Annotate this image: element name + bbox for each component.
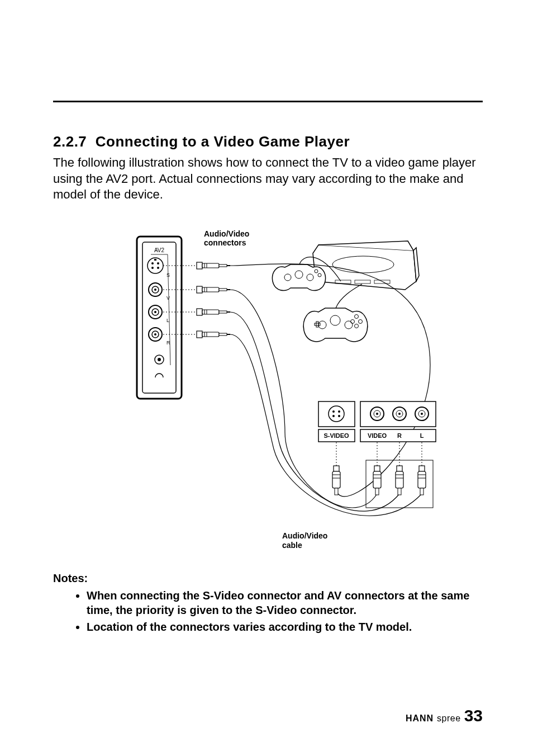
svg-point-20 [158, 358, 161, 361]
svg-rect-41 [219, 311, 227, 313]
notes-list: When connecting the S-Video connector an… [53, 588, 483, 634]
port-s-label: S [166, 272, 170, 278]
svg-point-7 [151, 267, 154, 269]
svg-rect-42 [227, 311, 230, 313]
brand-light: spree [437, 714, 461, 724]
svg-point-70 [338, 410, 340, 413]
port-v-label: V [166, 295, 170, 301]
svg-rect-101 [396, 471, 403, 488]
note-item: Location of the connectors varies accord… [87, 620, 483, 634]
svg-rect-104 [398, 488, 401, 495]
svg-point-69 [332, 410, 335, 413]
notes-block: Notes: When connecting the S-Video conne… [53, 572, 483, 634]
svg-rect-30 [227, 265, 230, 266]
svg-point-72 [338, 415, 340, 417]
device-l-label: L [420, 432, 423, 439]
port-r-label: R [166, 340, 170, 346]
svg-rect-31 [197, 286, 202, 293]
svg-rect-36 [227, 289, 230, 290]
svg-rect-35 [219, 289, 227, 291]
svg-rect-96 [373, 471, 381, 488]
page-number: 33 [464, 706, 483, 725]
svg-rect-29 [219, 264, 227, 267]
device-video-label: VIDEO [367, 432, 387, 439]
svg-point-79 [398, 413, 401, 415]
device-r-label: R [397, 432, 402, 439]
svg-point-5 [151, 262, 154, 264]
brand-strong: HANN [406, 714, 434, 724]
header-rule [53, 101, 483, 102]
svg-rect-90 [334, 466, 339, 471]
svg-point-6 [157, 262, 159, 264]
svg-rect-25 [197, 262, 202, 269]
notes-heading: Notes: [53, 572, 483, 585]
svg-rect-91 [332, 471, 340, 488]
svg-rect-94 [335, 488, 338, 495]
game-console-icon [313, 241, 419, 290]
callout-cable-2: cable [282, 541, 302, 550]
section-title: 2.2.7 Connecting to a Video Game Player [53, 133, 483, 150]
callout-cable-1: Audio/Video [282, 531, 327, 540]
svg-point-8 [157, 267, 159, 269]
section-number: 2.2.7 [53, 133, 87, 150]
svg-rect-47 [219, 333, 227, 336]
svg-rect-9 [154, 259, 156, 261]
av2-label: AV2 [154, 247, 164, 253]
svg-point-76 [376, 413, 378, 415]
port-l-label: L [166, 318, 169, 323]
connection-diagram: AV2 S V L R [53, 220, 483, 566]
svg-rect-99 [375, 488, 379, 495]
svg-point-71 [332, 415, 335, 417]
callout-connectors-1: Audio/Video [204, 229, 249, 238]
svg-point-82 [421, 413, 423, 415]
section-title-text: Connecting to a Video Game Player [96, 133, 350, 150]
svg-rect-37 [197, 309, 202, 315]
intro-paragraph: The following illustration shows how to … [53, 155, 483, 203]
svg-rect-105 [419, 466, 425, 471]
plug-icon [197, 262, 230, 269]
svg-point-15 [154, 311, 156, 313]
svg-rect-43 [197, 331, 202, 338]
svg-point-68 [329, 406, 344, 422]
svg-point-18 [154, 333, 156, 336]
diagram-svg: AV2 S V L R [95, 220, 441, 566]
svg-rect-95 [374, 466, 380, 471]
page-footer: HANNspree 33 [406, 706, 483, 725]
device-svideo-label: S-VIDEO [323, 432, 349, 439]
svg-rect-109 [420, 488, 423, 495]
svg-point-12 [154, 289, 156, 291]
callout-connectors-2: connectors [204, 238, 246, 247]
svg-rect-106 [418, 471, 426, 488]
svg-rect-48 [227, 334, 230, 335]
svg-rect-100 [397, 466, 402, 471]
note-item: When connecting the S-Video connector an… [87, 588, 483, 617]
